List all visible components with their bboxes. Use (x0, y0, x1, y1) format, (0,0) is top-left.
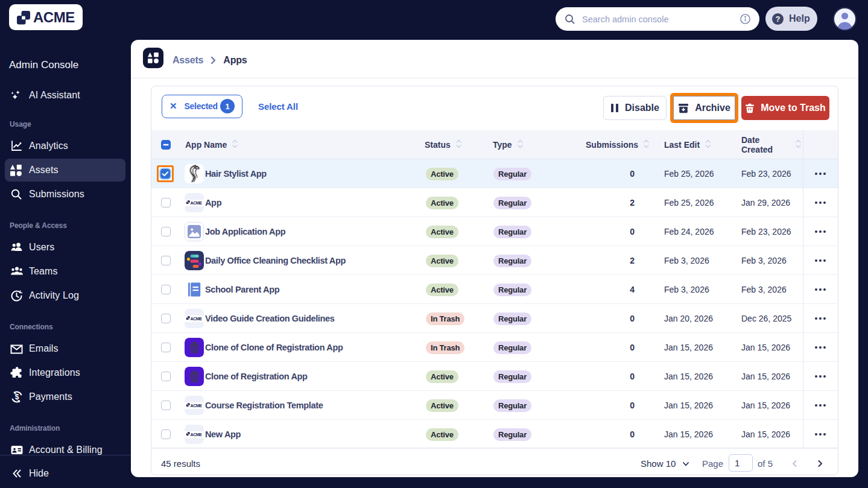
svg-text:ACME: ACME (191, 317, 203, 321)
svg-text:ACME: ACME (191, 201, 203, 205)
svg-text:ACME: ACME (191, 404, 203, 408)
svg-text:ACME: ACME (191, 433, 203, 437)
svg-text:$: $ (15, 393, 19, 401)
